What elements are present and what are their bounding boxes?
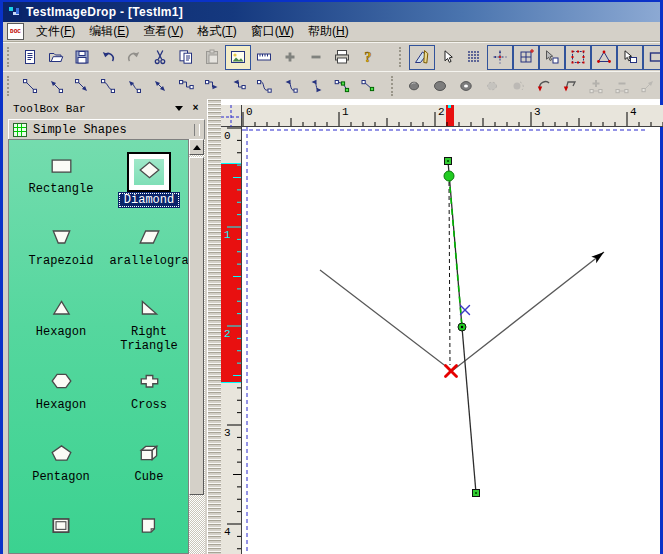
shape-item-hexagon[interactable]: Hexagon xyxy=(17,368,105,412)
new-document-icon xyxy=(22,49,38,65)
guides-tool-icon xyxy=(492,49,508,65)
shape-item-parallelogram[interactable]: arallelogra xyxy=(105,224,193,268)
link-polyline-points-icon xyxy=(334,78,350,94)
svg-text:3: 3 xyxy=(534,106,541,118)
toolbox-close-button[interactable]: × xyxy=(188,102,203,115)
scrollbar-thumb[interactable] xyxy=(189,157,204,495)
marquee-tool-button[interactable] xyxy=(565,45,591,70)
ellipse-donut-button[interactable] xyxy=(453,74,479,99)
svg-text:2: 2 xyxy=(438,106,445,118)
redirect-curve-button[interactable] xyxy=(531,74,557,99)
ellipse-filled-button[interactable] xyxy=(401,74,427,99)
app-icon xyxy=(7,5,22,19)
new-document-button[interactable] xyxy=(17,45,43,70)
shape-icon-box xyxy=(17,512,105,542)
shape-item-pentagon[interactable]: Pentagon xyxy=(17,440,105,484)
link-polyline-points-button[interactable] xyxy=(329,74,355,99)
ruler-toggle-button[interactable] xyxy=(251,45,277,70)
shape-icon-box xyxy=(17,152,105,182)
menu-edit[interactable]: 编辑(E) xyxy=(82,21,136,42)
ellipse-filled-large-icon xyxy=(432,78,448,94)
triangle-up-icon xyxy=(193,145,201,150)
shape-item-note[interactable] xyxy=(105,512,193,554)
drawing-canvas[interactable] xyxy=(242,127,660,554)
undo-button[interactable] xyxy=(95,45,121,70)
link-straight-icon xyxy=(22,78,38,94)
mdi-document-icon[interactable]: DOC xyxy=(7,23,24,40)
picture-toggle-button[interactable] xyxy=(225,45,251,70)
measure-tool-button[interactable] xyxy=(409,45,435,70)
zoom-out-minus-button[interactable] xyxy=(303,45,329,70)
shape-item-frame[interactable] xyxy=(17,512,105,554)
measure-tool-icon xyxy=(414,49,430,65)
toolbar-gripper[interactable] xyxy=(391,76,398,96)
grid-tool-button[interactable] xyxy=(513,45,539,70)
ellipse-dashed-icon xyxy=(484,78,500,94)
pointer-tool-button[interactable] xyxy=(435,45,461,70)
ellipse-filled-large-button[interactable] xyxy=(427,74,453,99)
link-spline-arrows-button[interactable] xyxy=(303,74,329,99)
link-arrow-start-button[interactable] xyxy=(43,74,69,99)
link-cascading-arrow-start-icon xyxy=(230,78,246,94)
save-button[interactable] xyxy=(69,45,95,70)
menu-format[interactable]: 格式(T) xyxy=(190,21,243,42)
link-arrows-both-button[interactable] xyxy=(147,74,173,99)
shape-label: Cross xyxy=(129,398,169,412)
svg-text:4: 4 xyxy=(630,106,637,118)
dot-grid-toggle-button[interactable] xyxy=(461,45,487,70)
toolbar-gripper[interactable] xyxy=(7,76,14,96)
link-cascading-arrow-end-button[interactable] xyxy=(199,74,225,99)
redo-button xyxy=(121,45,147,70)
toolbar-standard: ? xyxy=(3,45,381,70)
shape-item-right-triangle[interactable]: Right Triangle xyxy=(105,295,193,353)
help-button[interactable]: ? xyxy=(355,45,381,70)
link-segments-points-icon xyxy=(360,78,376,94)
toolbox-scrollbar[interactable] xyxy=(188,139,205,554)
link-bezier-icon xyxy=(100,78,116,94)
open-folder-button[interactable] xyxy=(43,45,69,70)
toolbar-gripper[interactable] xyxy=(399,47,406,67)
toolbar-gripper[interactable] xyxy=(7,47,14,67)
toolbox-panel: ToolBox Bar × Simple Shapes RectangleDia… xyxy=(6,99,207,554)
toolbox-group-header[interactable]: Simple Shapes xyxy=(8,119,205,141)
menu-view[interactable]: 查看(V) xyxy=(136,21,190,42)
shape-item-triangle[interactable]: Hexagon xyxy=(17,295,105,339)
draw-square-tool-button[interactable] xyxy=(539,45,565,70)
link-arrow-end-button[interactable] xyxy=(69,74,95,99)
rectangle-tool-button[interactable] xyxy=(643,45,660,70)
link-bezier-button[interactable] xyxy=(95,74,121,99)
pointer-tool-icon xyxy=(440,49,456,65)
print-button[interactable] xyxy=(329,45,355,70)
undo-icon xyxy=(100,49,116,65)
ruler-corner xyxy=(221,105,242,127)
menu-file[interactable]: 文件(F) xyxy=(29,21,82,42)
copy-button[interactable] xyxy=(173,45,199,70)
zoom-in-plus-button[interactable] xyxy=(277,45,303,70)
modify-tool-button[interactable] xyxy=(617,45,643,70)
cut-button[interactable] xyxy=(147,45,173,70)
toolbox-group-label: Simple Shapes xyxy=(33,123,127,137)
shape-item-diamond-selected[interactable]: Diamond xyxy=(105,152,193,208)
link-cascading-button[interactable] xyxy=(173,74,199,99)
guides-tool-button[interactable] xyxy=(487,45,513,70)
shape-item-rectangle[interactable]: Rectangle xyxy=(17,152,105,196)
link-cascading-arrow-start-button[interactable] xyxy=(225,74,251,99)
link-cascading-arrow-end-icon xyxy=(204,78,220,94)
shape-item-cube[interactable]: Cube xyxy=(105,440,193,484)
shape-item-cross[interactable]: Cross xyxy=(105,368,193,412)
toolbox-menu-button[interactable] xyxy=(171,102,186,115)
link-spline-arrow-button[interactable] xyxy=(277,74,303,99)
shape-item-trapezoid[interactable]: Trapezoid xyxy=(17,224,105,268)
link-spline-button[interactable] xyxy=(251,74,277,99)
scroll-up-button[interactable] xyxy=(189,139,204,155)
link-straight-button[interactable] xyxy=(17,74,43,99)
rectangle-tool-icon xyxy=(648,49,660,65)
menu-window[interactable]: 窗口(W) xyxy=(244,21,301,42)
link-bezier-arrow-button[interactable] xyxy=(121,74,147,99)
svg-text:1: 1 xyxy=(342,106,349,118)
menu-help[interactable]: 帮助(H) xyxy=(301,21,356,42)
redirect-polyline-button[interactable] xyxy=(557,74,583,99)
polygon-tool-button[interactable] xyxy=(591,45,617,70)
link-segments-points-button[interactable] xyxy=(355,74,381,99)
paste-icon xyxy=(204,49,220,65)
